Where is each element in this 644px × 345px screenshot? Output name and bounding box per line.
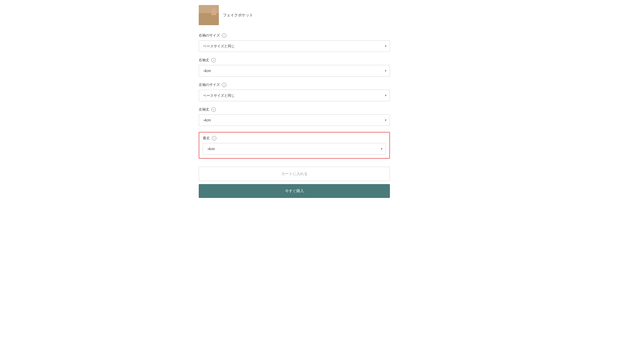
right-sleeve-size-select[interactable]: ベースサイズと同じ S M L XL [199,40,390,52]
buy-now-button[interactable]: 今すぐ購入 [199,184,390,198]
left-sleeve-length-label: 左袖丈 i [199,107,390,112]
right-sleeve-size-info-icon[interactable]: i [222,33,226,38]
left-sleeve-size-info-icon[interactable]: i [222,83,226,87]
right-sleeve-size-wrapper: ベースサイズと同じ S M L XL ▾ [199,40,390,52]
right-sleeve-length-label: 右袖丈 i [199,58,390,62]
body-length-section: 着丈 i -4cm -3cm -2cm -1cm 0cm +1cm +2cm ▾ [199,132,390,159]
left-sleeve-length-wrapper: -4cm -3cm -2cm -1cm 0cm +1cm +2cm ▾ [199,114,390,126]
product-name: フェイクポケット [223,13,253,18]
button-group: カートに入れる 今すぐ購入 [199,167,390,198]
content-area: フェイクポケット 右袖のサイズ i ベースサイズと同じ S M L XL ▾ [199,0,390,203]
body-length-wrapper: -4cm -3cm -2cm -1cm 0cm +1cm +2cm ▾ [203,143,386,155]
right-sleeve-size-section: 右袖のサイズ i ベースサイズと同じ S M L XL ▾ [199,33,390,52]
body-length-label: 着丈 i [203,136,386,141]
product-thumbnail [199,5,219,25]
right-sleeve-length-info-icon[interactable]: i [211,58,216,62]
add-to-cart-button[interactable]: カートに入れる [199,167,390,181]
body-length-select[interactable]: -4cm -3cm -2cm -1cm 0cm +1cm +2cm [203,143,386,155]
right-sleeve-length-select[interactable]: -4cm -3cm -2cm -1cm 0cm +1cm +2cm [199,65,390,77]
left-sleeve-length-select[interactable]: -4cm -3cm -2cm -1cm 0cm +1cm +2cm [199,114,390,126]
left-sleeve-size-label: 左袖のサイズ i [199,83,390,87]
page-container: フェイクポケット 右袖のサイズ i ベースサイズと同じ S M L XL ▾ [0,0,644,345]
body-length-info-icon[interactable]: i [212,136,216,141]
left-sleeve-size-section: 左袖のサイズ i ベースサイズと同じ S M L XL ▾ [199,83,390,101]
right-sleeve-size-label: 右袖のサイズ i [199,33,390,38]
left-sleeve-length-info-icon[interactable]: i [211,107,216,112]
product-image-row: フェイクポケット [199,5,390,25]
right-sleeve-length-wrapper: -4cm -3cm -2cm -1cm 0cm +1cm +2cm ▾ [199,65,390,77]
left-sleeve-size-wrapper: ベースサイズと同じ S M L XL ▾ [199,90,390,101]
left-sleeve-size-select[interactable]: ベースサイズと同じ S M L XL [199,90,390,101]
left-sleeve-length-section: 左袖丈 i -4cm -3cm -2cm -1cm 0cm +1cm +2cm … [199,107,390,126]
right-sleeve-length-section: 右袖丈 i -4cm -3cm -2cm -1cm 0cm +1cm +2cm … [199,58,390,77]
